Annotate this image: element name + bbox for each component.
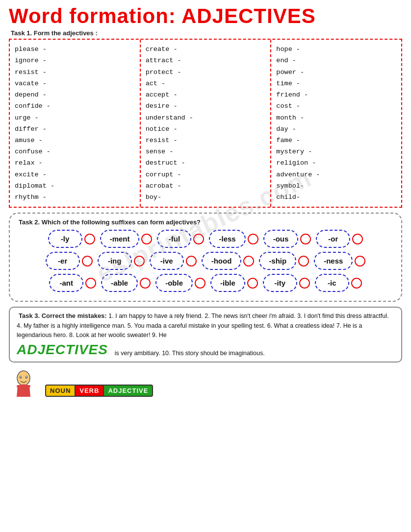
- suffix-checkbox[interactable]: [298, 256, 309, 266]
- task1-word: depend -: [15, 89, 135, 100]
- suffix-item: -er: [46, 252, 93, 270]
- suffix-checkbox[interactable]: [352, 234, 363, 244]
- suffix-checkbox[interactable]: [85, 278, 96, 289]
- suffix-checkbox[interactable]: [243, 256, 254, 266]
- suffix-oval: -ness: [314, 252, 353, 270]
- task1-word: create -: [146, 44, 266, 55]
- task1-word: destruct -: [146, 157, 266, 169]
- suffix-checkbox[interactable]: [82, 256, 93, 266]
- task1-word: cost -: [276, 100, 396, 112]
- adjectives-word: ADJECTIVES: [17, 342, 108, 357]
- task1-word: fame -: [276, 135, 396, 146]
- task1-word: corrupt -: [146, 169, 266, 180]
- task1-word: power -: [276, 67, 396, 78]
- task1-word: sense -: [146, 146, 266, 157]
- task1-label: Task 1. Form the adjectives :: [11, 29, 402, 37]
- task1-word: resist -: [146, 135, 266, 146]
- suffix-checkbox[interactable]: [351, 278, 362, 289]
- svg-point-4: [20, 377, 21, 378]
- task1-word: desire -: [146, 100, 266, 112]
- suffix-oval: -ful: [157, 230, 191, 248]
- task1-word: friend -: [276, 89, 396, 100]
- task1-word: attract -: [146, 55, 266, 66]
- task2-box: Task 2. Which of the following suffixes …: [9, 213, 402, 302]
- suffix-checkbox[interactable]: [140, 278, 151, 289]
- suffix-row2: -er-ing-ive-hood-ship-ness: [17, 252, 394, 270]
- suffix-row1: -ly-ment-ful-less-ous-or: [17, 230, 394, 248]
- suffix-checkbox[interactable]: [195, 278, 206, 289]
- suffix-checkbox[interactable]: [193, 234, 204, 244]
- suffix-item: -ous: [263, 230, 311, 248]
- suffix-oval: -or: [316, 230, 350, 248]
- task1-word: time -: [276, 78, 396, 89]
- task1-word: understand -: [146, 112, 266, 123]
- suffix-oval: -ive: [150, 252, 184, 270]
- task1-word: mystery -: [276, 146, 396, 157]
- suffix-item: -hood: [202, 252, 255, 270]
- bottom-row: NOUN VERB ADJECTIVE: [9, 367, 402, 397]
- task1-grid: please -ignore -resist -vacate -depend -…: [9, 39, 402, 208]
- task1-word: end -: [276, 55, 396, 66]
- task1-word: differ -: [15, 123, 135, 135]
- suffix-item: -or: [316, 230, 363, 248]
- suffix-item: -ible: [210, 274, 258, 292]
- suffix-oval: -less: [209, 230, 245, 248]
- suffix-oval: -ic: [315, 274, 349, 292]
- task1-word: urge -: [15, 112, 135, 123]
- task1-word: hope -: [276, 44, 396, 55]
- suffix-row3: -ant-able-oble-ible-ity-ic: [17, 274, 394, 292]
- svg-point-5: [26, 377, 27, 378]
- suffix-checkbox[interactable]: [134, 256, 145, 266]
- task1-col1: please -ignore -resist -vacate -depend -…: [10, 40, 141, 207]
- task1-col3: hope -end -power -time -friend -cost -mo…: [271, 40, 401, 207]
- task1-word: accept -: [146, 89, 266, 100]
- adjectives-word-label: ADJECTIVES: [17, 342, 108, 358]
- task1-word: protect -: [146, 67, 266, 78]
- suffix-oval: -ity: [263, 274, 297, 292]
- task3-label: Task 3. Correct the mistakes:: [19, 312, 107, 319]
- task1-word: diplomat -: [15, 180, 135, 192]
- adjectives-banner: ADJECTIVES is very ambitiary. 10. This s…: [17, 342, 394, 358]
- suffix-checkbox[interactable]: [299, 278, 310, 289]
- suffix-oval: -er: [46, 252, 80, 270]
- suffix-item: -ity: [263, 274, 310, 292]
- suffix-checkbox[interactable]: [300, 234, 311, 244]
- task1-word: act -: [146, 78, 266, 89]
- suffix-checkbox[interactable]: [248, 234, 258, 244]
- suffix-oval: -ing: [98, 252, 132, 270]
- suffix-checkbox[interactable]: [247, 278, 258, 289]
- suffix-item: -less: [209, 230, 258, 248]
- task1-word: confuse -: [15, 146, 135, 157]
- task1-word: religion -: [276, 157, 396, 169]
- task1-col2: create -attract -protect -act -accept -d…: [141, 40, 272, 207]
- suffix-oval: -hood: [202, 252, 242, 270]
- suffix-item: -ful: [157, 230, 204, 248]
- task1-word: excite -: [15, 169, 135, 180]
- suffix-oval: -ous: [263, 230, 299, 248]
- suffix-checkbox[interactable]: [84, 234, 95, 244]
- task1-word: symbol-: [276, 180, 396, 192]
- suffix-checkbox[interactable]: [141, 234, 152, 244]
- suffix-item: -ic: [315, 274, 362, 292]
- suffix-checkbox[interactable]: [186, 256, 197, 266]
- suffix-item: -oble: [155, 274, 206, 292]
- task1-word: vacate -: [15, 78, 135, 89]
- task1-word: resist -: [15, 67, 135, 78]
- suffix-oval: -ment: [100, 230, 140, 248]
- badge-noun: NOUN: [45, 385, 76, 397]
- badge-verb: VERB: [76, 385, 104, 397]
- task1-word: notice -: [146, 123, 266, 135]
- svg-rect-6: [17, 385, 30, 387]
- task1-word: month -: [276, 112, 396, 123]
- task1-word: relax -: [15, 157, 135, 169]
- suffix-checkbox[interactable]: [355, 256, 365, 266]
- bottom-badges: NOUN VERB ADJECTIVE: [45, 385, 153, 397]
- task1-word: ignore -: [15, 55, 135, 66]
- task1-word: amuse -: [15, 135, 135, 146]
- suffix-item: -ing: [98, 252, 145, 270]
- task1-word: adventure -: [276, 169, 396, 180]
- avatar-icon: [9, 367, 38, 397]
- page-title: Word formation: ADJECTIVES: [9, 5, 402, 27]
- suffix-oval: -oble: [155, 274, 193, 292]
- suffix-item: -ship: [259, 252, 309, 270]
